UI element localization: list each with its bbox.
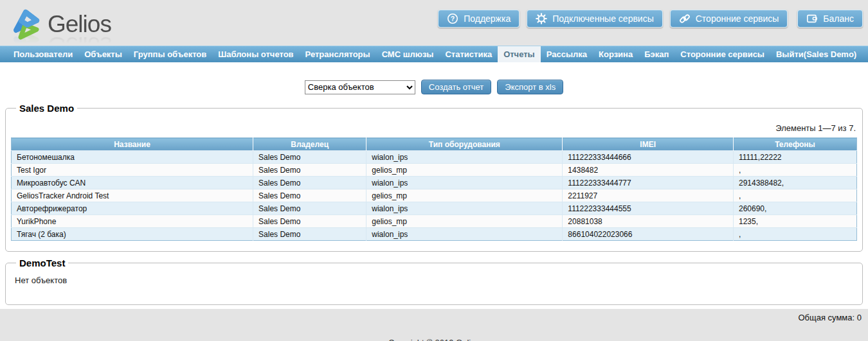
table-cell: 260690,: [733, 202, 856, 215]
table-cell: Test Igor: [12, 164, 253, 177]
connected-services-button[interactable]: Подключенные сервисы: [527, 10, 663, 28]
report-type-select[interactable]: Сверка объектов: [305, 80, 415, 94]
table-cell: GeliosTracker Android Test: [12, 189, 253, 202]
table-cell: Бетономешалка: [12, 151, 253, 164]
question-icon: ?: [447, 13, 458, 24]
table-cell: ,: [733, 189, 856, 202]
table-cell: wialon_ips: [366, 202, 563, 215]
report-toolbar: Сверка объектов Создать отчет Экспорт в …: [0, 80, 868, 94]
demotest-section: DemoTest Нет объектов: [5, 258, 863, 305]
table-cell: ,: [733, 228, 856, 241]
header-buttons: ? Поддержка Подключенные сервисы: [438, 10, 863, 28]
table-cell: wialon_ips: [366, 177, 563, 189]
nav-item-trash[interactable]: Корзина: [593, 46, 638, 62]
nav-item-reports[interactable]: Отчеты: [498, 46, 541, 62]
table-cell: YurikPhone: [12, 215, 253, 228]
column-header: Тип оборудования: [366, 138, 563, 151]
table-cell: Авторефрижератор: [12, 202, 253, 215]
export-xls-button[interactable]: Экспорт в xls: [497, 80, 563, 94]
nav-item-logout[interactable]: Выйти(Sales Demo): [770, 46, 862, 62]
table-cell: 111222333444777: [563, 177, 734, 189]
objects-table-body: БетономешалкаSales Demowialon_ips1112223…: [12, 151, 857, 241]
table-cell: 11111,22222: [733, 151, 856, 164]
balance-button[interactable]: Баланс: [797, 10, 863, 28]
table-cell: Sales Demo: [253, 228, 366, 241]
table-cell: wialon_ips: [366, 151, 563, 164]
logo-text: Gelios: [48, 12, 111, 36]
column-header: Телефоны: [733, 138, 856, 151]
nav-item-statistics[interactable]: Статистика: [439, 46, 498, 62]
objects-table-head: НазваниеВладелецТип оборудованияIMEIТеле…: [12, 138, 857, 151]
section-title: Sales Demo: [16, 103, 77, 114]
table-cell: 20881038: [563, 215, 734, 228]
table-cell: Sales Demo: [253, 164, 366, 177]
table-cell: ,: [733, 164, 856, 177]
create-report-button[interactable]: Создать отчет: [421, 80, 491, 94]
table-row: БетономешалкаSales Demowialon_ips1112223…: [12, 151, 857, 164]
total-sum-label: Общая сумма: 0: [0, 309, 868, 322]
sales-demo-section: Sales Demo Элементы 1—7 из 7. НазваниеВл…: [5, 103, 863, 252]
table-row: Микроавтобус CANSales Demowialon_ips1112…: [12, 177, 857, 189]
table-cell: 2211927: [563, 189, 734, 202]
nav-item-third-party-services[interactable]: Сторонние сервисы: [674, 46, 770, 62]
column-header: Название: [12, 138, 253, 151]
table-cell: Тягач (2 бака): [12, 228, 253, 241]
table-cell: 111222333444666: [563, 151, 734, 164]
table-cell: 866104022023066: [563, 228, 734, 241]
nav-item-report-templates[interactable]: Шаблоны отчетов: [212, 46, 299, 62]
nav-item-backup[interactable]: Бэкап: [638, 46, 674, 62]
main-content: Сверка объектов Создать отчет Экспорт в …: [0, 62, 868, 309]
table-cell: Sales Demo: [253, 189, 366, 202]
items-count-label: Элементы 1—7 из 7.: [11, 115, 857, 137]
table-cell: Sales Demo: [253, 215, 366, 228]
table-cell: gelios_mp: [366, 215, 563, 228]
nav-item-mailing[interactable]: Рассылка: [541, 46, 593, 62]
nav-item-retranslators[interactable]: Ретрансляторы: [300, 46, 376, 62]
svg-text:?: ?: [451, 15, 455, 22]
top-header: Gelios ? Поддержка Подключен: [0, 0, 868, 46]
section-title: DemoTest: [16, 258, 68, 268]
link-icon: [679, 13, 691, 24]
gelios-logo-icon: [10, 8, 42, 41]
table-row: АвторефрижераторSales Demowialon_ips1112…: [12, 202, 857, 215]
table-cell: 1235,: [733, 215, 856, 228]
wallet-icon: [806, 13, 818, 24]
table-cell: 2914388482,: [733, 177, 856, 189]
copyright-label: Copyright © 2019 Gelios: [0, 338, 868, 341]
logo: Gelios: [10, 8, 111, 41]
table-row: YurikPhoneSales Demogelios_mp20881038123…: [12, 215, 857, 228]
column-header: IMEI: [563, 138, 734, 151]
nav-item-users[interactable]: Пользователи: [8, 46, 78, 62]
table-cell: Sales Demo: [253, 151, 366, 164]
column-header: Владелец: [253, 138, 366, 151]
table-cell: Микроавтобус CAN: [12, 177, 253, 189]
nav-item-object-groups[interactable]: Группы объектов: [128, 46, 212, 62]
objects-table: НазваниеВладелецТип оборудованияIMEIТеле…: [11, 137, 857, 241]
table-cell: gelios_mp: [366, 189, 563, 202]
table-cell: wialon_ips: [366, 228, 563, 241]
table-row: Тягач (2 бака)Sales Demowialon_ips866104…: [12, 228, 857, 241]
main-nav: ПользователиОбъектыГруппы объектовШаблон…: [0, 46, 868, 62]
table-cell: 111222333444555: [563, 202, 734, 215]
table-row: GeliosTracker Android TestSales Demogeli…: [12, 189, 857, 202]
no-objects-label: Нет объектов: [11, 270, 857, 294]
table-cell: gelios_mp: [366, 164, 563, 177]
support-button[interactable]: ? Поддержка: [438, 10, 520, 28]
gear-icon: [536, 13, 547, 24]
third-party-services-button[interactable]: Сторонние сервисы: [670, 10, 788, 28]
table-cell: 1438482: [563, 164, 734, 177]
table-cell: Sales Demo: [253, 202, 366, 215]
nav-item-sms-gateways[interactable]: СМС шлюзы: [376, 46, 440, 62]
table-row: Test IgorSales Demogelios_mp1438482,: [12, 164, 857, 177]
table-cell: Sales Demo: [253, 177, 366, 189]
nav-item-objects[interactable]: Объекты: [78, 46, 128, 62]
